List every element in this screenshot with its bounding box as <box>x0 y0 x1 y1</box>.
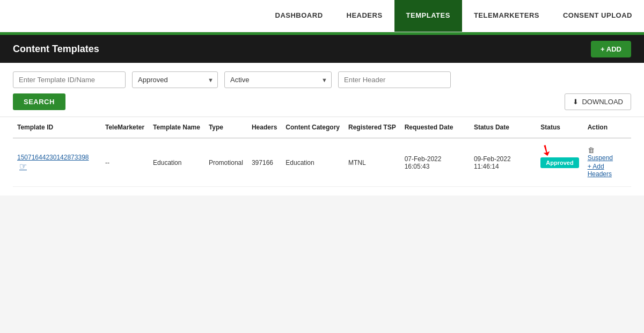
nav-item-consent-upload[interactable]: CONSENT UPLOAD <box>551 0 644 32</box>
add-button[interactable]: + ADD <box>591 41 631 57</box>
cell-action: 🗑 Suspend + Add Headers <box>583 138 631 187</box>
filter-actions: SEARCH ⬇ DOWNLOAD <box>13 93 631 110</box>
filter-bar: Approved Pending Rejected All ▼ Active I… <box>0 63 644 117</box>
template-id-input[interactable] <box>13 71 126 88</box>
suspend-link[interactable]: Suspend <box>588 154 627 162</box>
filter-row: Approved Pending Rejected All ▼ Active I… <box>13 71 631 88</box>
col-type: Type <box>204 117 247 138</box>
cell-requested-date: 07-Feb-2022 16:05:43 <box>400 138 470 187</box>
col-action: Action <box>583 117 631 138</box>
page-title: Content Templates <box>13 44 99 55</box>
table-row: 15071644230142873398 -- Education Promot… <box>13 138 631 187</box>
download-label: DOWNLOAD <box>582 98 623 106</box>
top-navigation: DASHBOARD HEADERS TEMPLATES TELEMARKETER… <box>0 0 644 32</box>
nav-menu: DASHBOARD HEADERS TEMPLATES TELEMARKETER… <box>264 0 644 32</box>
header-input[interactable] <box>338 71 451 88</box>
nav-item-telemarketers[interactable]: TELEMARKETERS <box>462 0 551 32</box>
nav-item-dashboard[interactable]: DASHBOARD <box>264 0 335 32</box>
col-status: Status <box>536 117 583 138</box>
active-select-wrapper: Active Inactive All ▼ <box>224 71 332 88</box>
status-badge: Approved <box>540 157 579 168</box>
delete-icon[interactable]: 🗑 <box>588 146 595 154</box>
template-id-link[interactable]: 15071644230142873398 <box>17 154 89 171</box>
cell-template-id: 15071644230142873398 <box>13 138 101 187</box>
search-button[interactable]: SEARCH <box>13 93 65 110</box>
download-button[interactable]: ⬇ DOWNLOAD <box>565 93 631 110</box>
download-icon: ⬇ <box>573 98 579 106</box>
col-telemarketer: TeleMarketer <box>101 117 149 138</box>
col-content-category: Content Category <box>281 117 344 138</box>
col-template-name: Template Name <box>149 117 204 138</box>
col-status-date: Status Date <box>470 117 536 138</box>
add-headers-link[interactable]: + Add Headers <box>588 163 627 178</box>
cell-template-name: Education <box>149 138 204 187</box>
cell-status-date: 09-Feb-2022 11:46:14 <box>470 138 536 187</box>
table-header-row: Template ID TeleMarketer Template Name T… <box>13 117 631 138</box>
cell-headers: 397166 <box>247 138 281 187</box>
cell-registered-tsp: MTNL <box>344 138 400 187</box>
col-template-id: Template ID <box>13 117 101 138</box>
col-registered-tsp: Registered TSP <box>344 117 400 138</box>
status-select-wrapper: Approved Pending Rejected All ▼ <box>132 71 218 88</box>
status-select[interactable]: Approved Pending Rejected All <box>132 71 218 88</box>
templates-table: Template ID TeleMarketer Template Name T… <box>13 117 631 187</box>
cell-content-category: Education <box>281 138 344 187</box>
col-headers: Headers <box>247 117 281 138</box>
nav-item-templates[interactable]: TEMPLATES <box>394 0 462 32</box>
col-requested-date: Requested Date <box>400 117 470 138</box>
table-wrapper: Template ID TeleMarketer Template Name T… <box>0 117 644 196</box>
cell-status: ➘ Approved <box>536 138 583 187</box>
active-select[interactable]: Active Inactive All <box>224 71 332 88</box>
page-header: Content Templates + ADD <box>0 35 644 63</box>
cell-telemarketer: -- <box>101 138 149 187</box>
status-arrow-container: ➘ Approved <box>540 157 579 168</box>
cell-type: Promotional <box>204 138 247 187</box>
nav-item-headers[interactable]: HEADERS <box>335 0 394 32</box>
